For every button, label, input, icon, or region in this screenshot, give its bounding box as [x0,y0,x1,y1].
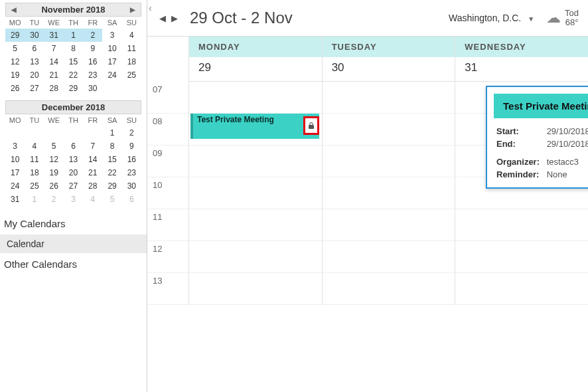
day-cell[interactable]: 1 [102,126,121,140]
day-cell[interactable]: 5 [5,42,25,55]
time-cell[interactable] [323,114,455,146]
time-cell[interactable] [189,177,322,209]
day-cell[interactable]: 19 [44,166,64,179]
day-cell[interactable]: 29 [102,179,121,193]
day-cell[interactable] [5,126,25,140]
day-cell[interactable]: 31 [5,193,25,206]
day-cell[interactable]: 22 [64,68,83,82]
day-cell[interactable]: 9 [122,140,141,153]
day-column-monday[interactable]: Test Private Meeting [188,82,322,305]
day-cell[interactable]: 19 [5,68,25,82]
month-prev-icon[interactable]: ◀ [7,5,21,15]
day-cell[interactable]: 1 [64,29,83,42]
day-cell[interactable] [44,126,64,140]
day-cell[interactable]: 10 [102,42,121,55]
day-cell[interactable]: 30 [122,179,141,193]
day-cell[interactable]: 6 [25,42,44,55]
day-cell[interactable]: 15 [64,55,83,68]
day-cell[interactable]: 27 [25,82,44,95]
day-cell[interactable]: 10 [5,153,25,166]
time-cell[interactable] [189,209,322,241]
day-cell[interactable]: 22 [102,166,121,179]
day-cell[interactable]: 27 [64,179,83,193]
day-cell[interactable]: 11 [25,153,44,166]
time-cell[interactable] [323,209,455,241]
day-cell[interactable]: 18 [25,166,44,179]
day-cell[interactable]: 2 [122,126,141,140]
day-cell[interactable]: 7 [83,140,102,153]
day-cell[interactable]: 1 [25,193,44,206]
time-cell[interactable] [323,241,455,273]
time-cell[interactable] [189,82,322,114]
day-cell[interactable]: 9 [83,42,102,55]
day-cell[interactable]: 14 [44,55,64,68]
day-cell[interactable]: 15 [102,153,121,166]
day-cell[interactable]: 25 [122,68,141,82]
day-cell[interactable]: 5 [44,140,64,153]
day-cell[interactable]: 2 [83,29,102,42]
day-cell[interactable]: 5 [102,193,121,206]
day-cell[interactable]: 30 [25,29,44,42]
event-test-private-meeting[interactable]: Test Private Meeting [190,114,319,139]
day-cell[interactable]: 20 [64,166,83,179]
time-cell[interactable] [323,273,455,305]
time-cell[interactable] [323,82,455,114]
day-cell[interactable]: 17 [5,166,25,179]
day-cell[interactable]: 3 [102,29,121,42]
weather-widget[interactable]: ☁ Tod 68° [546,9,579,28]
day-cell[interactable]: 2 [44,193,64,206]
week-prev-icon[interactable]: ◀ [157,13,169,23]
other-calendars-header[interactable]: Other Calendars [0,253,147,275]
time-cell[interactable] [189,241,322,273]
day-cell[interactable]: 11 [122,42,141,55]
day-cell[interactable]: 21 [44,68,64,82]
day-cell[interactable]: 30 [83,82,102,95]
week-next-icon[interactable]: ▶ [169,13,181,23]
day-cell[interactable]: 24 [102,68,121,82]
day-cell[interactable]: 8 [64,42,83,55]
day-date[interactable]: 30 [323,57,455,82]
day-cell[interactable]: 4 [83,193,102,206]
day-column-tuesday[interactable] [322,82,455,305]
day-cell[interactable]: 4 [25,140,44,153]
time-cell[interactable] [189,273,322,305]
day-cell[interactable]: 4 [122,29,141,42]
day-cell[interactable]: 26 [5,82,25,95]
day-cell[interactable]: 8 [102,140,121,153]
day-cell[interactable]: 24 [5,179,25,193]
day-cell[interactable]: 12 [5,55,25,68]
day-cell[interactable]: 13 [25,55,44,68]
day-cell[interactable]: 3 [64,193,83,206]
day-cell[interactable]: 28 [83,179,102,193]
time-cell[interactable] [323,177,455,209]
day-cell[interactable]: 17 [102,55,121,68]
day-cell[interactable]: 25 [25,179,44,193]
day-cell[interactable]: 16 [83,55,102,68]
day-cell[interactable]: 6 [122,193,141,206]
day-cell[interactable]: 16 [122,153,141,166]
day-cell[interactable]: 29 [5,29,25,42]
time-cell[interactable] [323,146,455,177]
day-cell[interactable]: 23 [122,166,141,179]
day-cell[interactable]: 18 [122,55,141,68]
day-cell[interactable]: 13 [64,153,83,166]
day-cell[interactable] [83,126,102,140]
time-cell[interactable] [455,241,588,273]
day-date[interactable]: 31 [455,57,588,82]
day-cell[interactable] [64,126,83,140]
my-calendars-header[interactable]: My Calendars [0,213,147,235]
day-cell[interactable]: 31 [44,29,64,42]
location-picker[interactable]: Washington, D.C. ▼ [449,13,534,23]
day-date[interactable]: 29 [189,57,322,82]
month-next-icon[interactable]: ▶ [126,5,139,15]
day-cell[interactable]: 23 [83,68,102,82]
day-cell[interactable] [25,126,44,140]
time-cell[interactable] [189,146,322,177]
calendar-item[interactable]: Calendar [0,235,147,253]
day-cell[interactable]: 6 [64,140,83,153]
time-cell[interactable] [455,209,588,241]
day-cell[interactable]: 29 [64,82,83,95]
day-cell[interactable]: 12 [44,153,64,166]
day-cell[interactable]: 20 [25,68,44,82]
day-cell[interactable]: 14 [83,153,102,166]
